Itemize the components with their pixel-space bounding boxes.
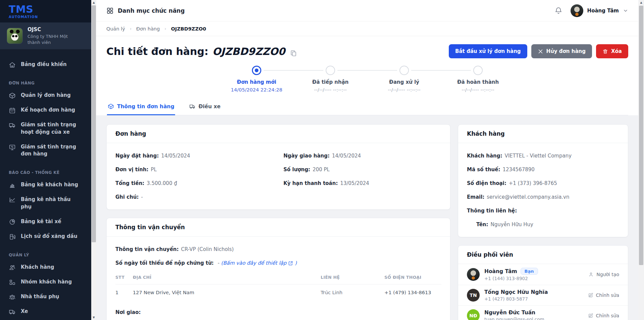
step-circle: [399, 66, 409, 75]
notification-bell-icon[interactable]: [554, 7, 562, 15]
field-label: Số lượng:: [283, 167, 310, 173]
company-avatar: [7, 28, 23, 44]
sidebar-item-label: Bảng kê tài xế: [21, 218, 61, 226]
tab-order-info[interactable]: Thông tin đơn hàng: [107, 101, 175, 115]
user-menu[interactable]: Hoàng Tâm: [571, 4, 628, 17]
sidebar-item-customers[interactable]: Khách hàng: [0, 260, 91, 275]
order-actions: Bắt đầu xử lý đơn hàng Hủy đơn hàng Xóa: [449, 44, 628, 58]
sidebar-item-driver-report[interactable]: Bảng kê tài xế: [0, 214, 91, 229]
sidebar-nav: Bảng điều khiển ĐƠN HÀNG Quản lý đơn hàn…: [0, 49, 91, 320]
fuel-pump-icon: [9, 233, 16, 240]
breadcrumb: Quản lý › Đơn hàng › OJZBD9ZZO0: [96, 21, 638, 36]
calendar-icon: [9, 107, 16, 114]
content-area: Đơn hàng Ngày đặt hàng:14/05/2024 Đơn vị…: [96, 115, 638, 320]
app-root: TMS AUTOMATION OJSC Công ty TNHH Một thà…: [0, 0, 644, 320]
column-header: ĐỊA CHỈ: [133, 275, 321, 280]
sidebar-item-vehicles[interactable]: Xe: [0, 304, 91, 319]
start-processing-button[interactable]: Bắt đầu xử lý đơn hàng: [449, 44, 527, 58]
sidebar-item-vehicle-status[interactable]: Giám sát tình trạng hoạt động của xe: [0, 118, 91, 140]
step-circle: [252, 66, 261, 75]
step-circle: [473, 66, 483, 75]
coordinator-phone: +1 (427) 803-5877: [484, 296, 583, 302]
line-chart-icon: [9, 196, 16, 203]
truck-icon: [9, 308, 16, 315]
customer-card-title: Khách hàng: [458, 125, 628, 143]
scrollbar-thumb[interactable]: [92, 5, 96, 242]
sidebar-item-customer-report[interactable]: Bảng kê khách hàng: [0, 178, 91, 192]
field-value: VIETTEL - Viettel Company: [504, 153, 572, 159]
field-value: PL: [151, 167, 157, 173]
sidebar-item-label: Khách hàng: [21, 264, 54, 271]
sidebar-item-subcontractors[interactable]: Nhà thầu phụ: [0, 290, 91, 304]
sidebar: TMS AUTOMATION OJSC Công ty TNHH Một thà…: [0, 0, 91, 320]
creator-label: Người tạo: [588, 272, 619, 277]
external-link-icon: [288, 261, 293, 266]
function-menu-label: Danh mục chức năng: [118, 7, 185, 14]
brand-logo-subtext: AUTOMATION: [9, 15, 83, 19]
field-value: -: [141, 194, 143, 200]
column-header: STT: [115, 275, 133, 280]
function-menu-button[interactable]: Danh mục chức năng: [106, 7, 185, 14]
breadcrumb-orders[interactable]: Đơn hàng: [136, 26, 160, 31]
step-processing: Đang xử lý --/--/---- --:--:--: [367, 66, 441, 92]
coordinators-card: Điều phối viên Hoàng Tâm Bạn +1 (144) 31…: [458, 245, 628, 320]
tab-dispatch[interactable]: Điều xe: [189, 101, 221, 115]
sidebar-item-label: Nhóm khách hàng: [21, 278, 72, 286]
field-value: Nguyễn Hữu Huy: [491, 221, 533, 228]
shipping-card-title: Thông tin vận chuyển: [107, 218, 450, 237]
brand-logo-text: TMS: [9, 4, 83, 14]
scrollbar-up-arrow[interactable]: ▲: [638, 0, 644, 5]
field-label: Đơn vị tính:: [115, 167, 149, 173]
column-header: SỐ ĐIỆN THOẠI: [384, 275, 441, 280]
sidebar-item-label: Giám sát tình trạng đơn hàng: [21, 143, 83, 158]
step-new-order: Đơn hàng mới 14/05/2024 22:24:28: [220, 66, 293, 92]
scrollbar-thumb[interactable]: [639, 6, 643, 265]
sidebar-item-dashboard[interactable]: Bảng điều khiển: [0, 57, 91, 72]
coordinator-row: NĐ Nguyễn Đức Tuấn tuan.nguyen@gss-sol.c…: [458, 306, 628, 320]
sidebar-item-label: Giám sát tình trạng hoạt động của xe: [21, 121, 83, 136]
sidebar-item-label: Nhà thầu phụ: [21, 293, 59, 301]
step-circle: [326, 66, 335, 75]
truck-icon: [189, 103, 196, 110]
delivery-label: Nơi giao:: [115, 309, 441, 315]
coordinators-card-title: Điều phối viên: [458, 246, 628, 264]
you-badge: Bạn: [521, 268, 538, 275]
coordinator-email: tuan.nguyen@gss-sol.com: [484, 317, 583, 320]
truck-icon: [9, 122, 16, 129]
avatar-initials: NĐ: [467, 309, 480, 320]
page-header-zone: Chi tiết đơn hàng: OJZBD9ZZO0 Bắt đầu xử…: [96, 36, 638, 115]
order-status-stepper: Đơn hàng mới 14/05/2024 22:24:28 Đã tiếp…: [220, 66, 515, 92]
edit-coordinator-button[interactable]: Chỉnh sửa: [588, 313, 619, 318]
order-card-title: Đơn hàng: [107, 125, 450, 143]
field-value: +1 (373) 396-8765: [509, 180, 557, 186]
field-label: Kỳ hạn thanh toán:: [283, 180, 338, 186]
sidebar-item-order-status[interactable]: Giám sát tình trạng đơn hàng: [0, 140, 91, 162]
column-header: LIÊN HỆ: [321, 275, 384, 280]
field-label: Tổng tiền:: [115, 180, 144, 186]
setup-link[interactable]: (Bấm vào đây để thiết lập ): [221, 260, 297, 267]
step-completed: Đã hoàn thành --/--/---- --:--:--: [441, 66, 515, 92]
sidebar-item-order-plan[interactable]: Kế hoạch đơn hàng: [0, 103, 91, 118]
person-icon: [588, 272, 594, 277]
user-name: Hoàng Tâm: [587, 8, 619, 14]
field-value: 14/05/2024: [332, 153, 361, 159]
edit-coordinator-button[interactable]: Chỉnh sửa: [588, 293, 619, 298]
sidebar-item-order-management[interactable]: Quản lý đơn hàng: [0, 88, 91, 103]
main-area: Danh mục chức năng Hoàng Tâm Quản lý › Đ…: [96, 0, 638, 320]
sidebar-item-subcontractor-report[interactable]: Bảng kê nhà thầu phụ: [0, 192, 91, 214]
company-switcher[interactable]: OJSC Công ty TNHH Một thành viên: [0, 22, 91, 49]
sidebar-item-customer-groups[interactable]: Nhóm khách hàng: [0, 275, 91, 290]
copy-icon[interactable]: [290, 48, 297, 55]
delete-order-button[interactable]: Xóa: [596, 44, 628, 58]
sidebar-section-orders: ĐƠN HÀNG: [0, 72, 91, 88]
scrollbar-up-arrow[interactable]: ▲: [91, 0, 96, 5]
sidebar-item-fuel-history[interactable]: Lịch sử đổ xăng dầu: [0, 229, 91, 244]
field-label: Mã số thuế:: [467, 167, 500, 173]
breadcrumb-management[interactable]: Quản lý: [106, 26, 125, 31]
field-label: Tên:: [476, 221, 488, 228]
scrollbar-down-arrow[interactable]: ▼: [91, 315, 96, 320]
cancel-order-button[interactable]: Hủy đơn hàng: [531, 44, 592, 58]
sidebar-item-label: Bảng kê khách hàng: [21, 181, 78, 189]
field-label: Thông tin liên hệ:: [467, 208, 517, 214]
field-label: Khách hàng:: [467, 153, 502, 159]
